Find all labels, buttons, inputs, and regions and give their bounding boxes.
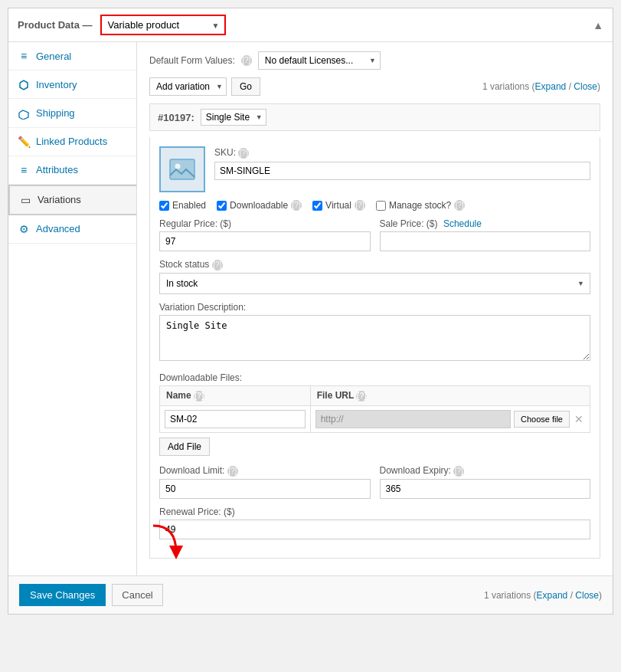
stock-status-help[interactable]: [?]: [212, 260, 223, 270]
advanced-icon: ⚙: [18, 223, 30, 235]
panel-title-row: Product Data — Variable product: [18, 15, 226, 35]
dl-name-col-header: Name [?]: [160, 386, 311, 406]
main-content: Default Form Values: [?] No default Lice…: [137, 42, 613, 575]
enabled-checkbox-label[interactable]: Enabled: [159, 200, 206, 211]
sku-help[interactable]: [?]: [238, 148, 249, 159]
remove-file-button[interactable]: ✕: [573, 412, 585, 426]
dl-url-input[interactable]: [315, 410, 511, 428]
manage-stock-help[interactable]: [?]: [454, 200, 465, 211]
download-limit-label: Download Limit: [?]: [159, 465, 371, 477]
dl-url-row: Choose file ✕: [315, 410, 585, 428]
sidebar-item-shipping[interactable]: Shipping: [8, 99, 136, 127]
dl-files-table: Name [?] File URL [?]: [159, 385, 590, 433]
svg-rect-0: [170, 159, 194, 179]
sidebar: ≡ General Inventory Shipping: [8, 42, 137, 575]
variation-desc-row: Variation Description: Single Site: [159, 302, 590, 363]
renewal-price-input[interactable]: [159, 520, 590, 539]
footer-variations-count: 1 variations (Expand / Close): [484, 590, 602, 601]
shipping-icon: [18, 107, 30, 119]
sidebar-item-general[interactable]: ≡ General: [8, 42, 136, 70]
red-arrow-icon: [145, 522, 184, 560]
variations-toolbar-left: Add variation Go: [149, 77, 260, 96]
product-data-panel: Product Data — Variable product ▲ ≡ Gene…: [8, 8, 613, 615]
stock-status-wrapper[interactable]: In stock: [159, 273, 590, 294]
sidebar-item-attributes[interactable]: ≡ Attributes: [8, 156, 136, 185]
regular-price-field: Regular Price: ($): [159, 218, 371, 251]
download-limit-help[interactable]: [?]: [227, 466, 238, 477]
save-changes-button[interactable]: Save Changes: [19, 584, 106, 606]
regular-price-input[interactable]: [159, 231, 371, 251]
expand-link[interactable]: Expand: [535, 81, 567, 92]
default-form-label: Default Form Values:: [149, 55, 235, 66]
variation-site-wrapper[interactable]: Single Site: [201, 109, 266, 126]
manage-stock-checkbox-label[interactable]: Manage stock? [?]: [376, 200, 465, 211]
default-form-select-wrapper[interactable]: No default Licenses...: [258, 51, 381, 70]
schedule-link[interactable]: Schedule: [443, 218, 482, 229]
inventory-icon: [18, 78, 30, 90]
variation-image[interactable]: [159, 146, 205, 192]
go-button[interactable]: Go: [231, 77, 260, 96]
variation-site-select[interactable]: Single Site: [201, 109, 266, 126]
manage-stock-checkbox[interactable]: [376, 201, 386, 211]
variation-desc-textarea[interactable]: Single Site: [159, 315, 590, 361]
variation-header: #10197: Single Site: [149, 103, 600, 131]
sidebar-item-linked-products[interactable]: ✏️ Linked Products: [8, 128, 136, 156]
downloadable-help[interactable]: [?]: [291, 200, 302, 211]
product-type-select[interactable]: Variable product: [102, 16, 224, 34]
default-form-row: Default Form Values: [?] No default Lice…: [149, 51, 600, 70]
product-type-wrapper[interactable]: Variable product: [100, 15, 226, 35]
sidebar-item-inventory[interactable]: Inventory: [8, 70, 136, 99]
sku-input[interactable]: [214, 162, 590, 180]
red-arrow-annotation: [145, 522, 184, 562]
price-row: Regular Price: ($) Sale Price: ($) Sched…: [159, 218, 590, 251]
download-limit-input[interactable]: [159, 479, 371, 499]
default-form-select[interactable]: No default Licenses...: [258, 51, 381, 70]
sku-section: SKU: [?]: [214, 146, 590, 192]
panel-footer: Save Changes Cancel 1 variations (Expand…: [8, 575, 613, 614]
stock-status-row: Stock status [?] In stock: [159, 259, 590, 294]
stock-status-select[interactable]: In stock: [159, 273, 590, 294]
download-expiry-input[interactable]: [380, 479, 591, 499]
add-variation-select[interactable]: Add variation: [149, 77, 227, 96]
download-limit-field: Download Limit: [?]: [159, 465, 371, 499]
footer-left: Save Changes Cancel: [19, 584, 163, 606]
dl-files-label: Downloadable Files:: [159, 372, 590, 383]
dl-files-header-row: Name [?] File URL [?]: [160, 386, 590, 406]
choose-file-button[interactable]: Choose file: [514, 411, 570, 428]
sale-price-input[interactable]: [380, 231, 591, 251]
attributes-icon: ≡: [18, 164, 30, 176]
dl-name-help[interactable]: [?]: [194, 391, 204, 402]
enabled-checkbox[interactable]: [159, 201, 169, 211]
checkboxes-row: Enabled Downloadable [?] Virtual [?]: [159, 200, 590, 211]
virtual-checkbox-label[interactable]: Virtual [?]: [312, 200, 365, 211]
variation-top: SKU: [?]: [159, 146, 590, 192]
default-form-help[interactable]: [?]: [241, 55, 252, 66]
variations-icon: ▭: [19, 194, 31, 206]
add-file-button[interactable]: Add File: [159, 438, 210, 456]
image-placeholder-icon: [168, 156, 196, 183]
downloadable-checkbox-label[interactable]: Downloadable [?]: [217, 200, 302, 211]
footer-expand-link[interactable]: Expand: [537, 590, 568, 601]
virtual-help[interactable]: [?]: [355, 200, 365, 211]
dl-file-row: Choose file ✕: [160, 406, 590, 433]
panel-collapse-button[interactable]: ▲: [593, 19, 603, 31]
cancel-button[interactable]: Cancel: [112, 584, 162, 606]
general-icon: ≡: [18, 50, 30, 62]
downloadable-files-section: Downloadable Files: Name [?] File URL: [159, 372, 590, 456]
add-variation-wrapper[interactable]: Add variation: [149, 77, 227, 96]
download-expiry-help[interactable]: [?]: [453, 466, 464, 477]
renewal-price-row: Renewal Price: ($): [159, 506, 590, 539]
close-link[interactable]: Close: [574, 81, 597, 92]
sidebar-item-variations[interactable]: ▭ Variations: [8, 185, 136, 215]
sale-price-label: Sale Price: ($) Schedule: [380, 218, 591, 229]
panel-body: ≡ General Inventory Shipping: [8, 42, 613, 575]
dl-file-name-input[interactable]: [165, 410, 306, 428]
regular-price-label: Regular Price: ($): [159, 218, 371, 229]
download-expiry-field: Download Expiry: [?]: [380, 465, 591, 499]
downloadable-checkbox[interactable]: [217, 201, 227, 211]
virtual-checkbox[interactable]: [312, 201, 322, 211]
dl-url-help[interactable]: [?]: [356, 391, 367, 402]
sidebar-item-advanced[interactable]: ⚙ Advanced: [8, 215, 136, 244]
linked-products-icon: ✏️: [18, 136, 30, 148]
footer-close-link[interactable]: Close: [575, 590, 599, 601]
